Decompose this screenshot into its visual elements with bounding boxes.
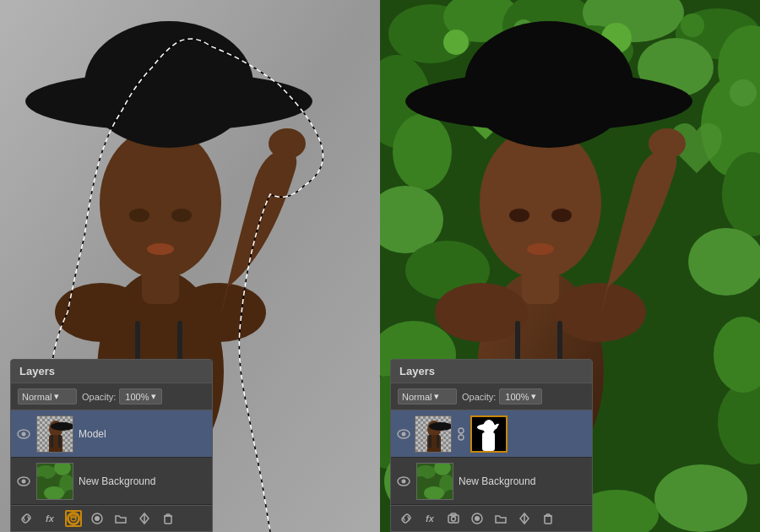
right-delete-icon[interactable] [540, 510, 556, 527]
svg-point-12 [269, 128, 306, 159]
svg-point-8 [171, 209, 192, 222]
left-camera-icon[interactable] [65, 510, 82, 527]
svg-point-92 [429, 422, 452, 431]
left-model-layer-name: Model [79, 428, 207, 440]
right-mask-svg [470, 512, 484, 525]
right-link-svg [399, 512, 413, 525]
delete-icon [161, 512, 175, 525]
left-layers-title: Layers [11, 360, 212, 383]
svg-rect-23 [58, 435, 61, 448]
svg-point-79 [509, 209, 529, 222]
svg-rect-94 [437, 435, 439, 448]
right-panel: Layers Normal ▾ Opacity: 100% ▾ [380, 0, 760, 532]
mask-icon [90, 512, 104, 525]
right-opacity-value[interactable]: 100% ▾ [499, 388, 541, 404]
svg-rect-95 [459, 428, 464, 433]
right-camera-svg [447, 512, 460, 525]
right-eye-bg-icon [397, 476, 410, 486]
left-layers-panel: Layers Normal ▾ Opacity: 100% ▾ [10, 359, 213, 532]
left-opacity-value[interactable]: 100% ▾ [119, 388, 161, 404]
svg-point-21 [51, 422, 73, 431]
svg-point-109 [424, 486, 444, 500]
left-layer-model[interactable]: Model [11, 410, 212, 458]
svg-point-6 [84, 21, 253, 148]
right-chain-icon [455, 428, 467, 440]
left-bg-thumb-svg [37, 464, 73, 500]
right-bg-thumb [416, 463, 453, 500]
chain-link-icon [456, 427, 466, 441]
svg-point-78 [464, 21, 633, 148]
right-model-thumb-svg [415, 416, 452, 453]
right-chevron-down-icon: ▾ [434, 391, 439, 402]
right-blend-row: Normal ▾ Opacity: 100% ▾ [391, 383, 592, 410]
right-mask-icon[interactable] [469, 510, 486, 527]
right-folder-svg [494, 512, 508, 525]
right-mask-thumb-svg [472, 417, 506, 451]
right-camera-icon[interactable] [445, 510, 462, 527]
right-model-thumb [415, 415, 452, 453]
camera-icon [67, 512, 80, 525]
svg-point-115 [475, 516, 480, 521]
right-layers-panel: Layers Normal ▾ Opacity: 100% ▾ [390, 359, 593, 532]
left-adjustment-icon[interactable] [136, 510, 153, 527]
svg-rect-101 [482, 432, 495, 451]
link-icon [19, 512, 33, 525]
svg-rect-93 [429, 435, 432, 448]
left-model-thumb-svg [37, 416, 73, 453]
right-eye-bg[interactable] [396, 474, 411, 489]
left-bg-thumb [36, 463, 73, 500]
right-link-icon[interactable] [398, 510, 415, 527]
right-bg-thumb-svg [417, 464, 453, 500]
left-blend-mode-dropdown[interactable]: Normal ▾ [18, 388, 77, 404]
right-fx-icon[interactable]: fx [421, 510, 438, 527]
left-delete-icon[interactable] [160, 510, 176, 527]
folder-icon [114, 512, 128, 525]
svg-point-34 [71, 516, 76, 521]
left-link-icon[interactable] [18, 510, 35, 527]
left-blend-row: Normal ▾ Opacity: 100% ▾ [11, 383, 212, 410]
right-folder-icon[interactable] [492, 510, 509, 527]
svg-point-38 [95, 516, 100, 521]
left-bg-layer-name: New Background [79, 475, 207, 487]
left-layers-toolbar: fx [11, 505, 212, 531]
left-model-thumb [36, 415, 73, 453]
left-fx-icon[interactable]: fx [41, 510, 58, 527]
opacity-chevron-icon: ▾ [151, 391, 156, 402]
left-folder-icon[interactable] [112, 510, 129, 527]
left-eye-model[interactable] [16, 426, 31, 442]
svg-point-33 [68, 513, 79, 524]
svg-rect-116 [545, 516, 551, 524]
left-mask-icon[interactable] [89, 510, 106, 527]
svg-point-80 [551, 209, 572, 222]
svg-point-82 [435, 283, 528, 342]
svg-rect-96 [459, 435, 464, 440]
svg-point-83 [553, 283, 646, 342]
adjustment-icon [138, 512, 151, 525]
eye-icon [17, 476, 30, 486]
right-layers-toolbar: fx [391, 505, 592, 531]
svg-rect-39 [165, 516, 171, 524]
right-opacity-chevron-icon: ▾ [531, 391, 536, 402]
svg-point-76 [480, 127, 601, 279]
right-layer-model[interactable] [391, 410, 592, 458]
right-layers-title: Layers [391, 360, 592, 383]
svg-point-84 [649, 128, 686, 159]
right-adjustment-icon[interactable] [516, 510, 533, 527]
chevron-down-icon: ▾ [54, 391, 59, 402]
left-layer-bg[interactable]: New Background [11, 458, 212, 505]
left-eye-bg[interactable] [16, 474, 31, 489]
svg-point-31 [44, 486, 64, 500]
right-eye-model-icon [397, 429, 410, 439]
svg-point-89 [402, 432, 406, 436]
svg-point-11 [173, 283, 266, 342]
right-layer-bg[interactable]: New Background [391, 458, 592, 505]
right-eye-model[interactable] [396, 426, 411, 442]
svg-point-112 [452, 517, 456, 521]
svg-point-25 [22, 479, 26, 483]
left-panel: .ants { fill: none; stroke: white; strok… [0, 0, 380, 532]
right-blend-mode-dropdown[interactable]: Normal ▾ [398, 388, 457, 404]
right-delete-svg [541, 512, 555, 525]
svg-point-4 [100, 127, 221, 279]
svg-point-17 [22, 432, 26, 436]
right-opacity-control: Opacity: 100% ▾ [462, 388, 542, 404]
